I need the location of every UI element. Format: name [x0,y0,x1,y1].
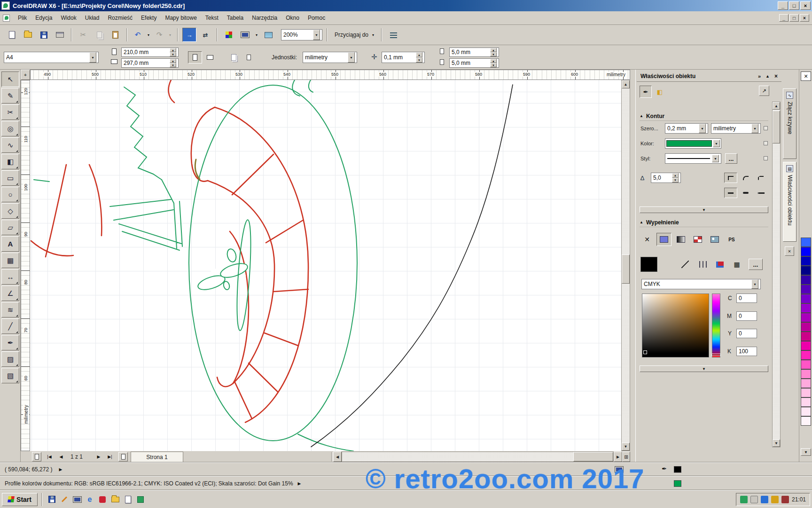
nudge-spinner[interactable]: ▲▼ [416,52,422,63]
channel-y-field[interactable]: 0 [736,329,757,338]
quick-launch-app-icon[interactable] [97,494,108,505]
docker-chevrons-icon[interactable]: » [758,73,761,79]
fill-section-header[interactable]: ▲ Wypełnienie [640,218,768,227]
tray-icon[interactable] [771,496,779,503]
table-tool[interactable]: ▦ [1,253,19,268]
redo-button[interactable]: ↷ [153,28,165,42]
paste-button[interactable] [108,28,122,42]
horizontal-scrollbar[interactable] [342,452,614,462]
color-field[interactable] [642,294,709,357]
portrait-button[interactable] [188,51,202,64]
cut-button[interactable]: ✂ [76,28,90,42]
palette-swatch[interactable] [801,313,811,322]
mdi-minimize-button[interactable]: _ [779,14,789,22]
fountain-fill-button[interactable] [673,233,688,246]
miter-limit-field[interactable]: 5,0 ▲▼ [651,173,681,183]
quick-launch-browser-icon[interactable]: e [84,494,95,505]
outline-style-arrow[interactable]: ▼ [712,155,719,162]
close-button[interactable]: × [800,1,811,10]
tray-icon[interactable] [750,496,758,503]
channel-m-field[interactable]: 0 [736,311,757,321]
view-navigator-button[interactable]: ⊞ [622,452,630,462]
last-page-button[interactable]: ▶| [105,452,115,461]
current-page-button[interactable] [242,51,256,64]
polygon-tool[interactable]: ◇ [1,203,19,219]
menu-tekst[interactable]: Tekst [201,13,223,23]
menu-mapy-bitowe[interactable]: Mapy bitowe [161,13,201,23]
units-combo[interactable]: milimetry ▼ [303,52,357,63]
menu-widok[interactable]: Widok [56,13,80,23]
h-scroll-left-button[interactable]: ◀ [333,452,342,462]
color-sliders-button[interactable] [697,259,709,270]
horizontal-ruler[interactable]: 490 500 510 520 530 540 550 560 570 580 … [30,70,630,80]
menu-okno[interactable]: Okno [281,13,304,23]
duplicate-y-field[interactable]: 5,0 mm ▲▼ [449,58,499,68]
palette-scroll-down-button[interactable]: ▼ [801,448,811,456]
palette-swatch[interactable] [801,294,811,303]
outline-color-combo[interactable]: ▼ [665,138,721,149]
color-field-marker[interactable] [643,350,647,354]
undo-button[interactable]: ↶ [132,28,144,42]
color-model-arrow[interactable]: ▼ [751,279,758,289]
no-fill-button[interactable]: ✕ [640,233,655,246]
redo-dropdown[interactable]: ▾ [167,28,173,42]
zoom-level-combo[interactable]: 200% ▼ [281,29,322,40]
palette-swatch[interactable] [801,379,811,388]
palette-swatch[interactable] [801,322,811,332]
outline-color-option-box[interactable] [764,141,768,145]
add-page-button[interactable] [32,452,41,461]
tray-icon[interactable] [740,496,748,503]
outline-section-header[interactable]: ▲ Kontur [640,111,768,121]
page-height-field[interactable]: 297,0 mm ▲▼ [121,58,179,68]
profiles-expand-icon[interactable]: ▶ [298,481,301,486]
quick-launch-notes-icon[interactable] [122,494,133,505]
interactive-fill-tool[interactable]: ▧ [1,368,19,383]
palette-swatch[interactable] [801,247,811,256]
menu-efekty[interactable]: Efekty [137,13,161,23]
rectangle-tool[interactable]: ▭ [1,170,19,186]
h-scroll-right-button[interactable]: ▶ [614,452,622,462]
dimension-tool[interactable]: ↔ [1,269,19,285]
no-color-swatch[interactable]: ✕ [801,71,811,81]
uniform-fill-button[interactable] [656,233,671,246]
palette-swatch[interactable] [801,388,811,397]
menu-plik[interactable]: Plik [14,13,31,23]
quick-launch-pen-icon[interactable] [59,494,70,505]
vertical-ruler[interactable]: 120 110 100 90 80 70 60 milimetry [21,80,30,451]
status-expand-icon[interactable]: ▶ [59,467,62,472]
first-page-button[interactable]: |◀ [44,452,54,461]
palette-swatch[interactable] [801,369,811,379]
new-document-button[interactable] [5,28,19,42]
cap-round-button[interactable] [739,188,752,198]
tab-object-properties[interactable]: ▤ Właściwości obiektu [783,162,796,242]
palette-swatch[interactable] [801,397,811,407]
horizontal-scroll-thumb[interactable] [573,452,613,461]
docker-scroll-down-button[interactable]: ▼ [773,439,780,447]
outline-units-combo[interactable]: milimetry ▼ [711,123,761,134]
page-width-spinner[interactable]: ▲▼ [170,48,176,56]
vertical-scrollbar[interactable]: ▲ ▼ [621,80,630,451]
quick-launch-folder-icon[interactable] [109,494,121,505]
outline-units-arrow[interactable]: ▼ [751,124,758,133]
outline-style-option-box[interactable] [764,156,768,160]
palette-swatch[interactable] [801,341,811,350]
units-arrow[interactable]: ▼ [348,52,355,63]
palette-swatch[interactable] [801,303,811,313]
menu-tabela[interactable]: Tabela [223,13,248,23]
text-tool[interactable]: A [1,236,19,252]
connector-tool[interactable]: ∠ [1,286,19,301]
quick-launch-save-icon[interactable] [46,494,57,505]
page-height-spinner[interactable]: ▲▼ [170,59,176,67]
export-button[interactable]: ⇄ [198,28,212,42]
landscape-button[interactable] [203,51,217,64]
mdi-close-button[interactable]: × [800,14,809,22]
tab-join-curves[interactable]: ∿ Złącz krzywe [783,88,796,159]
color-palettes-button[interactable]: ▦ [731,259,743,270]
print-button[interactable] [53,28,67,42]
hue-slider[interactable] [712,294,720,357]
outline-style-combo[interactable]: ▼ [665,153,721,164]
crop-tool[interactable]: ✂ [1,104,19,120]
miter-limit-spinner[interactable]: ▲▼ [672,173,679,183]
next-page-button[interactable]: ▶ [94,452,103,461]
channel-k-field[interactable]: 100 [736,347,757,356]
